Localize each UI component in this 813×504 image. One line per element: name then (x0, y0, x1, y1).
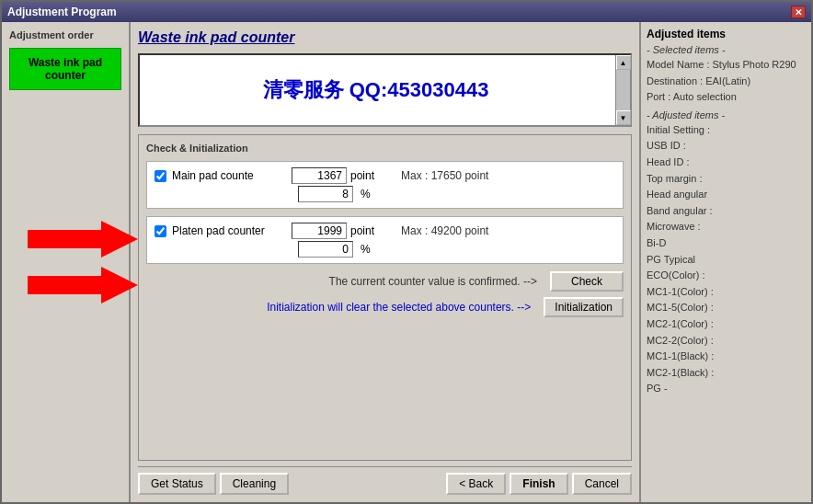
confirm-row: The current counter value is confirmed. … (146, 271, 624, 292)
platen-pad-value[interactable] (292, 223, 347, 239)
usb-id: USB ID : (647, 138, 806, 155)
get-status-button[interactable]: Get Status (138, 473, 216, 495)
initialization-button[interactable]: Initialization (544, 297, 624, 317)
bi-d: Bi-D (647, 235, 806, 252)
microwave: Microwave : (647, 219, 806, 235)
scroll-down-button[interactable]: ▼ (616, 110, 631, 125)
back-button[interactable]: < Back (446, 473, 506, 495)
scroll-up-button[interactable]: ▲ (616, 55, 631, 70)
main-pad-value[interactable] (292, 167, 347, 184)
init-row: Initialization will clear the selected a… (146, 297, 624, 317)
cancel-button[interactable]: Cancel (572, 473, 632, 495)
check-button[interactable]: Check (550, 271, 624, 292)
pg-typical: PG Typical (647, 252, 806, 269)
finish-button[interactable]: Finish (510, 473, 567, 495)
adjusted-items-panel: Adjusted items - Selected items - Model … (641, 22, 811, 502)
close-button[interactable]: ✕ (791, 6, 806, 18)
check-init-group: Check & Initialization Main pad counte p… (138, 134, 632, 461)
head-id: Head ID : (647, 155, 806, 171)
selected-items-header: - Selected items - (647, 44, 806, 55)
cleaning-button[interactable]: Cleaning (220, 473, 289, 495)
scrollbar[interactable]: ▲ ▼ (615, 55, 630, 125)
destination: Destination : EAI(Latin) (647, 74, 806, 90)
init-text: Initialization will clear the selected a… (146, 301, 531, 314)
platen-pad-unit: point (350, 224, 383, 237)
main-pad-checkbox[interactable] (155, 170, 166, 182)
main-pad-max: Max : 17650 point (401, 169, 488, 182)
band-angular: Band angular : (647, 203, 806, 220)
adjusted-items-title: Adjusted items (647, 28, 806, 40)
platen-pad-label: Platen pad counter (172, 224, 292, 237)
chinese-service-text: 清零服务 QQ:453030443 (263, 76, 508, 104)
platen-pad-pct-unit: % (361, 243, 371, 256)
platen-pad-checkbox[interactable] (155, 225, 166, 237)
model-name: Model Name : Stylus Photo R290 (647, 57, 806, 74)
sidebar-left-title: Adjustment order (9, 29, 121, 40)
mc1-1-color: MC1-1(Color) : (647, 284, 806, 301)
main-content: Adjustment order Waste ink pad counter W… (2, 22, 811, 502)
main-pad-pct-row: % (155, 186, 615, 202)
platen-pad-row: Platen pad counter point Max : 49200 poi… (155, 223, 615, 239)
main-pad-row: Main pad counte point Max : 17650 point (155, 167, 615, 184)
mc2-1-color: MC2-1(Color) : (647, 316, 806, 333)
main-pad-pct-value[interactable] (298, 186, 353, 202)
confirm-text: The current counter value is confirmed. … (146, 275, 537, 288)
port: Port : Auto selection (647, 89, 806, 106)
mc1-1-black: MC1-1(Black) : (647, 349, 806, 365)
main-pad-pct-unit: % (361, 188, 371, 200)
main-pad-unit: point (350, 169, 383, 182)
title-bar: Adjustment Program ✕ (2, 2, 811, 22)
main-window: Adjustment Program ✕ Adjustment order Wa… (0, 0, 813, 504)
group-legend: Check & Initialization (146, 143, 624, 154)
bottom-buttons: Get Status Cleaning < Back Finish Cancel (138, 466, 632, 495)
platen-pad-pct-value[interactable] (298, 241, 353, 258)
window-title: Adjustment Program (7, 6, 117, 18)
platen-pad-max: Max : 49200 point (401, 224, 488, 237)
mc2-2-color: MC2-2(Color) : (647, 333, 806, 349)
top-margin: Top margin : (647, 171, 806, 188)
panel-title: Waste ink pad counter (138, 29, 632, 46)
pg: PG - (647, 381, 806, 397)
mc2-1-black: MC2-1(Black) : (647, 365, 806, 382)
head-angular: Head angular (647, 187, 806, 203)
main-pad-label: Main pad counte (172, 169, 292, 182)
initial-setting: Initial Setting : (647, 122, 806, 139)
mc1-5-color: MC1-5(Color) : (647, 300, 806, 316)
info-scrollable-area: 清零服务 QQ:453030443 ▲ ▼ (138, 53, 632, 127)
adjustment-order-panel: Adjustment order Waste ink pad counter (2, 22, 131, 502)
center-panel: Waste ink pad counter 清零服务 QQ:453030443 … (131, 22, 641, 502)
eco-color: ECO(Color) : (647, 268, 806, 284)
platen-pad-pct-row: % (155, 241, 615, 258)
waste-ink-pad-counter-item[interactable]: Waste ink pad counter (9, 48, 121, 90)
adjusted-items-header: - Adjusted items - (647, 109, 806, 120)
